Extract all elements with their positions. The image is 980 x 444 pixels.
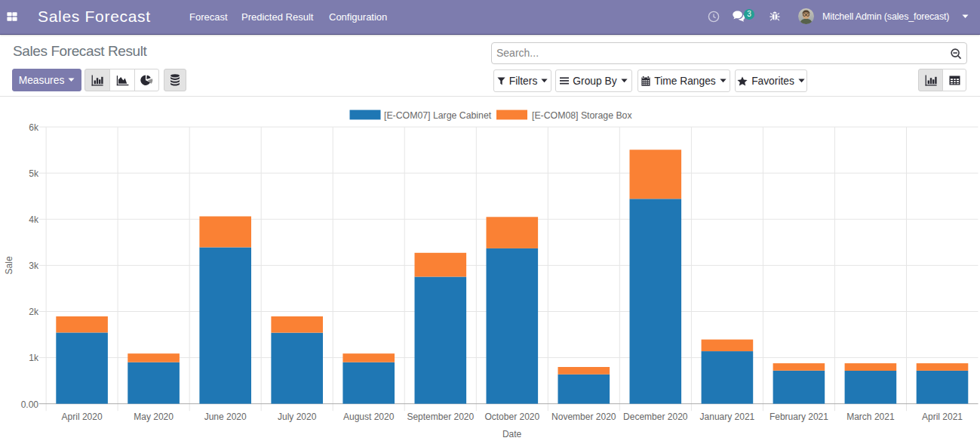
svg-text:January 2021: January 2021: [700, 412, 755, 422]
svg-text:April 2020: April 2020: [62, 412, 103, 422]
svg-text:November 2020: November 2020: [551, 412, 616, 422]
svg-text:[E-COM08] Storage Box: [E-COM08] Storage Box: [532, 110, 632, 121]
svg-text:June 2020: June 2020: [204, 412, 247, 422]
svg-text:September 2020: September 2020: [407, 412, 474, 422]
svg-text:3k: 3k: [29, 261, 39, 271]
svg-text:0.00: 0.00: [21, 399, 39, 410]
svg-text:2k: 2k: [29, 307, 39, 317]
svg-text:October 2020: October 2020: [484, 412, 539, 422]
svg-text:July 2020: July 2020: [278, 412, 317, 422]
svg-text:6k: 6k: [29, 122, 39, 133]
svg-text:April 2021: April 2021: [922, 412, 963, 422]
svg-text:[E-COM07] Large Cabinet: [E-COM07] Large Cabinet: [384, 110, 492, 121]
svg-text:May 2020: May 2020: [134, 412, 174, 422]
svg-text:March 2021: March 2021: [846, 412, 895, 422]
svg-text:4k: 4k: [29, 214, 39, 225]
svg-text:February 2021: February 2021: [770, 412, 828, 422]
svg-text:Date: Date: [502, 429, 522, 439]
svg-text:August 2020: August 2020: [343, 412, 395, 422]
svg-text:5k: 5k: [29, 168, 39, 179]
svg-text:Sale: Sale: [5, 256, 15, 274]
svg-text:1k: 1k: [29, 353, 39, 363]
svg-text:December 2020: December 2020: [623, 412, 688, 422]
